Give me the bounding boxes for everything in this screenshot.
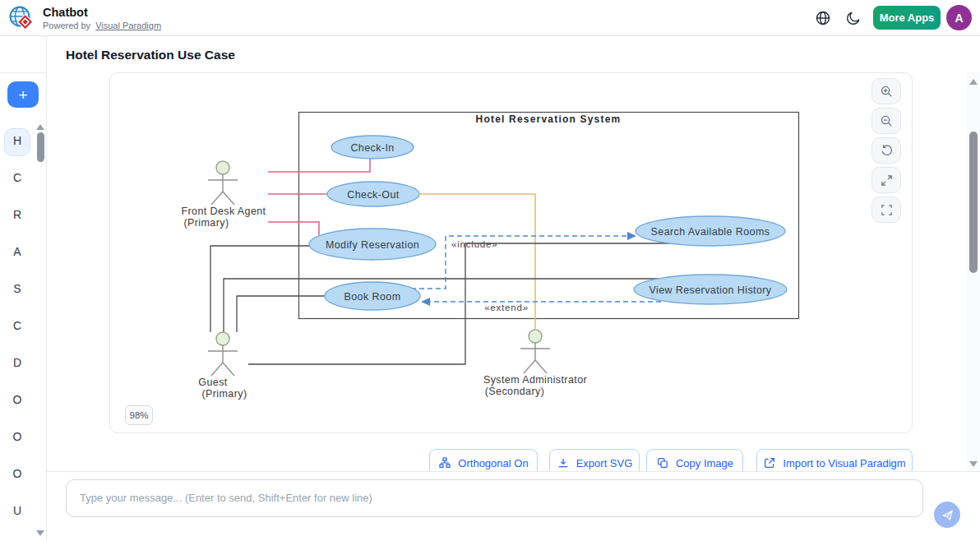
scroll-down-icon[interactable]: [969, 461, 978, 467]
sidebar-item-7[interactable]: O: [0, 393, 35, 409]
chat-message-input[interactable]: [66, 479, 923, 517]
app-logo: [8, 5, 35, 31]
app-title: Chatbot: [43, 6, 88, 19]
zoom-out-button[interactable]: [871, 108, 901, 134]
sidebar-item-4[interactable]: S: [0, 282, 35, 298]
actor-front-desk-role: (Primary): [184, 217, 229, 229]
fullscreen-brackets-icon: [880, 203, 894, 217]
avatar[interactable]: A: [946, 5, 972, 30]
sidebar-scroll-down-icon[interactable]: [36, 530, 44, 536]
use-case-book-room[interactable]: Book Room: [344, 291, 401, 303]
copy-image-label: Copy Image: [676, 457, 733, 469]
sidebar-item-2[interactable]: R: [0, 208, 35, 224]
import-vp-label: Import to Visual Paradigm: [783, 457, 905, 469]
sidebar-item-9[interactable]: O: [0, 467, 35, 483]
external-link-icon: [763, 456, 776, 469]
use-case-search-rooms[interactable]: Search Available Rooms: [651, 226, 770, 238]
rail-divider: [0, 72, 46, 73]
system-boundary-title: Hotel Reservation System: [476, 113, 622, 125]
app-header: Chatbot Powered by Visual Paradigm More …: [0, 0, 980, 36]
include-label: «include»: [451, 239, 497, 249]
fullscreen-button[interactable]: [871, 197, 901, 223]
scroll-up-icon[interactable]: [969, 79, 978, 85]
org-chart-icon: [438, 456, 451, 469]
expand-arrows-icon: [880, 173, 894, 187]
app-window: Chatbot Powered by Visual Paradigm More …: [0, 0, 980, 541]
sidebar-item-6[interactable]: D: [0, 356, 35, 372]
use-case-modify-reservation[interactable]: Modify Reservation: [326, 239, 419, 251]
main-scrollbar-thumb[interactable]: [969, 132, 978, 273]
sidebar-item-5[interactable]: C: [0, 319, 35, 335]
sidebar-item-0[interactable]: H: [0, 134, 35, 150]
actor-admin-name: System Administrator: [483, 374, 587, 386]
use-case-diagram[interactable]: Hotel Reservation System: [109, 72, 913, 433]
send-plane-icon: [941, 508, 955, 522]
sidebar-scrollbar-thumb[interactable]: [37, 132, 44, 162]
fit-to-screen-button[interactable]: [871, 167, 901, 193]
zoom-level-badge: 98%: [125, 405, 153, 425]
sidebar-item-10[interactable]: U: [0, 504, 35, 520]
visual-paradigm-link[interactable]: Visual Paradigm: [95, 21, 161, 30]
reset-view-icon: [880, 144, 894, 158]
sidebar-item-1[interactable]: C: [0, 171, 35, 187]
actor-guest-name: Guest: [198, 377, 227, 388]
sidebar-item-8[interactable]: O: [0, 430, 35, 446]
zoom-in-button[interactable]: [871, 78, 901, 104]
powered-by: Powered by Visual Paradigm: [43, 21, 161, 30]
export-svg-label: Export SVG: [576, 457, 633, 469]
actor-guest-role: (Primary): [202, 388, 247, 400]
extend-label: «extend»: [484, 303, 529, 312]
actor-admin-role: (Secondary): [485, 386, 545, 397]
sidebar-rail: + H C R A S C D O O O U: [0, 36, 47, 541]
new-chat-button[interactable]: +: [7, 81, 39, 108]
orthogonal-label: Orthogonal On: [458, 457, 528, 469]
download-icon: [557, 456, 570, 469]
sidebar-item-3[interactable]: A: [0, 245, 35, 261]
sidebar-scroll-up-icon[interactable]: [36, 124, 44, 130]
use-case-view-history[interactable]: View Reservation History: [649, 284, 771, 296]
reset-view-button[interactable]: [871, 137, 901, 164]
use-case-check-in[interactable]: Check-In: [350, 142, 394, 154]
dark-mode-moon-icon[interactable]: [845, 10, 862, 26]
more-apps-button[interactable]: More Apps: [873, 6, 941, 30]
actor-front-desk-name: Front Desk Agent: [182, 206, 266, 217]
use-case-check-out[interactable]: Check-Out: [347, 189, 399, 201]
send-message-button[interactable]: [934, 502, 960, 528]
language-globe-icon[interactable]: [815, 10, 831, 26]
zoom-in-icon: [880, 85, 894, 99]
copy-icon: [656, 456, 669, 469]
zoom-out-icon: [880, 114, 894, 128]
page-title: Hotel Reservation Use Case: [66, 48, 235, 62]
